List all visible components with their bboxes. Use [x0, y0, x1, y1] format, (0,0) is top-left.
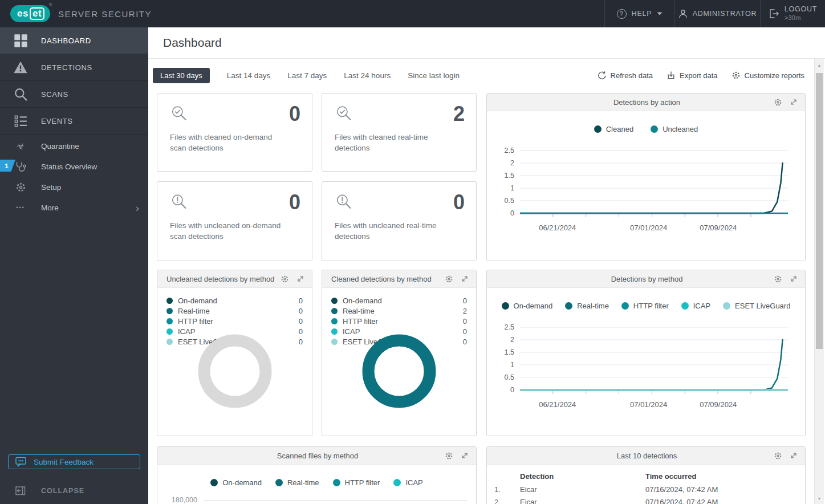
administrator-label: ADMINISTRATOR — [693, 10, 757, 18]
line-chart-svg — [520, 324, 788, 399]
chart-card-detections-by-action: Detections by action Cleaned Uncleaned 2… — [486, 93, 806, 261]
expand-icon[interactable] — [790, 98, 798, 106]
legend-label: On-demand — [178, 296, 217, 305]
settings-icon[interactable] — [774, 452, 782, 460]
stat-label: Files with uncleaned on-demand scan dete… — [170, 221, 290, 241]
x-axis: 06/21/2024 07/01/2024 07/09/2024 — [520, 400, 788, 412]
table-column-time-occurred: Time occurred — [645, 472, 805, 481]
stat-card-cleaned-on-demand[interactable]: 0 Files with cleaned on-demand scan dete… — [157, 93, 312, 172]
sidebar-item-quarantine[interactable]: Quarantine — [0, 136, 148, 156]
y-axis-label: 2.5 — [491, 323, 514, 331]
sidebar-item-status-overview[interactable]: Status Overview — [0, 156, 148, 177]
submit-feedback-label: Submit Feedback — [34, 458, 94, 466]
legend-value: 0 — [463, 296, 467, 305]
y-axis-label: 2.5 — [491, 147, 514, 155]
legend-value: 2 — [463, 307, 467, 315]
y-axis-label: 2 — [491, 159, 514, 167]
legend-item: On-demand — [210, 478, 262, 487]
legend-item: ICAP — [393, 478, 422, 487]
download-icon — [666, 71, 676, 80]
scroll-down-icon[interactable] — [815, 494, 824, 502]
stat-card-uncleaned-real-time[interactable]: 0 Files with uncleaned real-time detecti… — [322, 181, 477, 261]
sidebar-item-setup[interactable]: Setup — [0, 177, 148, 197]
sidebar: DASHBOARD DETECTIONS SCANS EVENTS — [0, 27, 148, 504]
table-header-row: Detection Time occurred — [487, 469, 805, 483]
legend-label: Cleaned — [606, 125, 633, 133]
expand-icon[interactable] — [790, 452, 798, 460]
legend-label: HTTP filter — [633, 302, 669, 310]
stat-value: 0 — [289, 193, 300, 212]
sidebar-item-detections[interactable]: DETECTIONS — [0, 54, 148, 81]
scrollbar-thumb[interactable] — [816, 73, 823, 349]
y-axis-label: 1 — [491, 184, 514, 192]
administrator-button[interactable]: ADMINISTRATOR — [674, 0, 760, 27]
legend-dot — [331, 339, 338, 345]
sidebar-item-events[interactable]: EVENTS — [0, 108, 148, 135]
sidebar-item-dashboard[interactable]: DASHBOARD — [0, 27, 148, 54]
stat-card-uncleaned-on-demand[interactable]: 0 Files with uncleaned on-demand scan de… — [157, 181, 312, 261]
scroll-up-icon[interactable] — [815, 61, 824, 69]
legend-item: Uncleaned — [651, 125, 698, 133]
legend-label: ICAP — [405, 478, 422, 487]
expand-icon[interactable] — [296, 275, 304, 283]
scrollbar[interactable] — [814, 59, 824, 504]
search-icon — [0, 87, 41, 101]
legend-dot — [166, 298, 173, 304]
legend-dot — [331, 318, 338, 324]
chart-legend: Cleaned Uncleaned — [487, 125, 805, 133]
tab-since-last-login[interactable]: Since last login — [408, 71, 460, 80]
warning-triangle-icon — [0, 60, 41, 74]
tab-last-30-days[interactable]: Last 30 days — [153, 68, 210, 83]
tab-last-7-days[interactable]: Last 7 days — [287, 71, 327, 80]
y-axis-label: 0.5 — [491, 373, 514, 381]
user-icon — [678, 9, 688, 18]
expand-icon[interactable] — [461, 275, 469, 283]
logout-button[interactable]: LOGOUT >30m — [760, 0, 825, 27]
settings-icon[interactable] — [281, 275, 289, 283]
stat-card-cleaned-real-time[interactable]: 2 Files with cleaned real-time detection… — [322, 93, 477, 172]
export-data-button[interactable]: Export data — [666, 71, 718, 80]
sidebar-item-scans[interactable]: SCANS — [0, 81, 148, 108]
tab-last-24-hours[interactable]: Last 24 hours — [344, 71, 391, 80]
settings-icon[interactable] — [445, 452, 453, 460]
legend-label: ICAP — [693, 302, 710, 310]
settings-icon[interactable] — [445, 275, 453, 283]
tab-last-14-days[interactable]: Last 14 days — [227, 71, 271, 80]
x-axis-label: 07/01/2024 — [630, 223, 667, 232]
legend-value: 0 — [299, 327, 303, 336]
eset-logo: eset ® — [10, 5, 50, 22]
biohazard-icon — [0, 141, 41, 152]
refresh-data-button[interactable]: Refresh data — [598, 71, 653, 80]
sidebar-item-label: Setup — [41, 183, 61, 192]
submit-feedback-button[interactable]: Submit Feedback — [8, 454, 140, 469]
x-axis-label: 06/21/2024 — [539, 400, 576, 409]
settings-icon[interactable] — [774, 98, 782, 107]
legend-value: 0 — [299, 338, 303, 346]
legend-value: 0 — [463, 327, 467, 336]
sidebar-item-more[interactable]: More — [0, 197, 148, 218]
y-axis-label: 1.5 — [491, 348, 514, 356]
settings-icon[interactable] — [774, 275, 782, 283]
line-chart — [520, 324, 788, 399]
customize-reports-button[interactable]: Customize reports — [731, 71, 804, 80]
page-title: Dashboard — [163, 36, 222, 50]
logout-label: LOGOUT — [785, 5, 818, 14]
expand-icon[interactable] — [790, 275, 798, 283]
help-button[interactable]: HELP — [604, 0, 674, 27]
table-row: 1. Eicar 07/16/2024, 07:42 AM — [487, 483, 805, 495]
legend-item: HTTP filter0 — [331, 316, 467, 326]
card-title: Detections by action — [487, 98, 774, 107]
chart-card-scanned-files-by-method: Scanned files by method On-demand Real-t… — [157, 446, 477, 504]
stat-value: 2 — [453, 105, 465, 123]
card-title: Detections by method — [487, 275, 774, 283]
page-header: Dashboard — [148, 27, 825, 59]
expand-icon[interactable] — [461, 452, 469, 460]
donut-ring — [204, 340, 266, 402]
legend-item: On-demand0 — [166, 295, 303, 306]
collapse-button[interactable]: COLLAPSE — [0, 483, 148, 498]
chart-card-last-10-detections: Last 10 detections Detection Time occurr… — [486, 446, 806, 504]
sidebar-item-label: EVENTS — [41, 117, 73, 125]
legend-value: 0 — [463, 317, 467, 326]
legend-item: Real-time0 — [166, 306, 303, 316]
legend-label: Real-time — [178, 307, 210, 315]
